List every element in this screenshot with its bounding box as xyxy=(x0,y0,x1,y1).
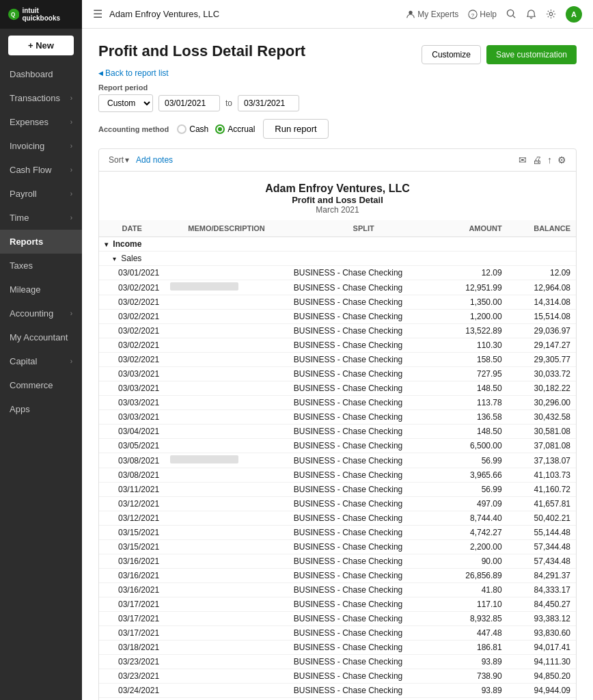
cell-split: BUSINESS - Chase Checking xyxy=(288,511,439,526)
topbar-right: My Experts ? Help A xyxy=(406,6,582,23)
collapse-sales-icon[interactable]: ▾ xyxy=(113,255,116,262)
table-row: 03/03/2021 BUSINESS - Chase Checking 113… xyxy=(99,396,576,410)
settings-report-icon[interactable]: ⚙ xyxy=(557,154,566,165)
settings-icon[interactable] xyxy=(546,9,556,19)
sort-label: Sort xyxy=(109,155,124,165)
cell-balance: 94,944.09 xyxy=(508,684,576,698)
export-icon[interactable]: ↑ xyxy=(547,154,552,165)
table-row: 03/02/2021 BUSINESS - Chase Checking 13,… xyxy=(99,324,576,338)
sidebar-item-my-accountant[interactable]: My Accountant xyxy=(0,325,82,349)
table-row: 03/08/2021 BUSINESS - Chase Checking 56.… xyxy=(99,453,576,468)
table-row: 03/05/2021 BUSINESS - Chase Checking 6,5… xyxy=(99,439,576,453)
cell-amount: 148.50 xyxy=(439,381,507,396)
company-name: Adam Enfroy Ventures, LLC xyxy=(109,9,219,19)
notifications-icon[interactable] xyxy=(526,9,536,19)
sidebar-item-taxes[interactable]: Taxes xyxy=(0,254,82,278)
cell-date: 03/24/2021 xyxy=(99,684,165,698)
cell-balance: 30,033.72 xyxy=(508,367,576,381)
sidebar-item-label: Dashboard xyxy=(10,69,53,79)
table-row: 03/18/2021 BUSINESS - Chase Checking 186… xyxy=(99,641,576,655)
table-row: 03/02/2021 BUSINESS - Chase Checking 158… xyxy=(99,353,576,367)
sidebar-item-label: Reports xyxy=(10,237,43,247)
collapse-arrow-icon[interactable]: ▾ xyxy=(105,241,108,248)
add-notes-button[interactable]: Add notes xyxy=(136,155,173,165)
sidebar-item-reports[interactable]: Reports xyxy=(0,230,82,254)
sidebar-item-apps[interactable]: Apps xyxy=(0,397,82,421)
cell-split: BUSINESS - Chase Checking xyxy=(288,439,439,453)
avatar[interactable]: A xyxy=(566,6,582,23)
search-icon[interactable] xyxy=(506,9,516,19)
cell-split: BUSINESS - Chase Checking xyxy=(288,684,439,698)
run-report-button[interactable]: Run report xyxy=(263,119,328,139)
cell-split: BUSINESS - Chase Checking xyxy=(288,554,439,569)
cell-balance: 30,182.22 xyxy=(508,381,576,396)
toolbar-right: ✉ 🖨 ↑ ⚙ xyxy=(519,154,566,165)
cash-radio[interactable]: Cash xyxy=(177,124,208,134)
cell-amount: 6,500.00 xyxy=(439,439,507,453)
table-row: 03/04/2021 BUSINESS - Chase Checking 148… xyxy=(99,425,576,439)
cell-balance: 94,850.20 xyxy=(508,669,576,684)
table-row: 03/02/2021 BUSINESS - Chase Checking 1,2… xyxy=(99,310,576,324)
cell-memo xyxy=(165,310,288,324)
sidebar-item-mileage[interactable]: Mileage xyxy=(0,278,82,301)
new-button[interactable]: + New xyxy=(8,36,74,55)
table-row: 03/03/2021 BUSINESS - Chase Checking 136… xyxy=(99,410,576,425)
cell-balance: 41,160.72 xyxy=(508,483,576,497)
sidebar-item-cashflow[interactable]: Cash Flow › xyxy=(0,158,82,182)
cell-split: BUSINESS - Chase Checking xyxy=(288,669,439,684)
chevron-right-icon: › xyxy=(70,214,72,221)
date-from-input[interactable] xyxy=(158,95,220,111)
cell-date: 03/02/2021 xyxy=(99,338,165,353)
cell-amount: 56.99 xyxy=(439,453,507,468)
sort-button[interactable]: Sort ▾ xyxy=(109,155,129,165)
back-to-report-list-link[interactable]: Back to report list xyxy=(98,68,577,78)
cell-memo xyxy=(165,583,288,597)
cell-date: 03/12/2021 xyxy=(99,497,165,511)
sidebar-item-payroll[interactable]: Payroll › xyxy=(0,182,82,206)
table-row: 03/02/2021 BUSINESS - Chase Checking 110… xyxy=(99,338,576,353)
save-customization-button[interactable]: Save customization xyxy=(486,45,577,64)
cell-split: BUSINESS - Chase Checking xyxy=(288,526,439,540)
cell-date: 03/15/2021 xyxy=(99,540,165,554)
cell-balance: 30,296.00 xyxy=(508,396,576,410)
sidebar-item-dashboard[interactable]: Dashboard xyxy=(0,62,82,86)
person-icon xyxy=(406,10,415,19)
topbar: ☰ Adam Enfroy Ventures, LLC My Experts ?… xyxy=(82,0,593,29)
sidebar-item-time[interactable]: Time › xyxy=(0,206,82,230)
date-to-input[interactable] xyxy=(238,95,299,111)
sidebar-item-commerce[interactable]: Commerce xyxy=(0,373,82,397)
cell-split: BUSINESS - Chase Checking xyxy=(288,310,439,324)
cell-memo xyxy=(165,353,288,367)
sidebar-item-expenses[interactable]: Expenses › xyxy=(0,110,82,134)
cell-amount: 2,200.00 xyxy=(439,540,507,554)
cell-split: BUSINESS - Chase Checking xyxy=(288,280,439,295)
cell-balance: 15,514.08 xyxy=(508,310,576,324)
sales-subheader: ▾ Sales xyxy=(99,252,576,266)
cell-amount: 4,742.27 xyxy=(439,526,507,540)
sidebar-item-invoicing[interactable]: Invoicing › xyxy=(0,134,82,158)
email-icon[interactable]: ✉ xyxy=(519,154,527,165)
help-link[interactable]: ? Help xyxy=(468,10,497,19)
cell-date: 03/18/2021 xyxy=(99,641,165,655)
chevron-right-icon: › xyxy=(70,166,72,174)
svg-text:?: ? xyxy=(471,12,475,18)
sidebar-item-transactions[interactable]: Transactions › xyxy=(0,86,82,110)
col-header-memo: MEMO/DESCRIPTION xyxy=(165,220,288,237)
report-header: Adam Enfroy Ventures, LLC Profit and Los… xyxy=(99,172,576,220)
sidebar-item-capital[interactable]: Capital › xyxy=(0,349,82,373)
report-subtitle: Profit and Loss Detail xyxy=(99,195,576,205)
my-experts-link[interactable]: My Experts xyxy=(406,10,458,19)
accrual-radio[interactable]: Accrual xyxy=(215,124,255,134)
cell-date: 03/03/2021 xyxy=(99,381,165,396)
cell-balance: 29,147.27 xyxy=(508,338,576,353)
period-type-select[interactable]: Custom xyxy=(98,94,153,112)
cell-split: BUSINESS - Chase Checking xyxy=(288,483,439,497)
cell-memo xyxy=(165,295,288,310)
cell-balance: 57,434.48 xyxy=(508,554,576,569)
hamburger-icon[interactable]: ☰ xyxy=(93,8,102,21)
table-row: 03/15/2021 BUSINESS - Chase Checking 4,7… xyxy=(99,526,576,540)
table-row: 03/03/2021 BUSINESS - Chase Checking 148… xyxy=(99,381,576,396)
print-icon[interactable]: 🖨 xyxy=(532,154,542,165)
customize-button[interactable]: Customize xyxy=(422,45,481,64)
sidebar-item-accounting[interactable]: Accounting › xyxy=(0,301,82,325)
